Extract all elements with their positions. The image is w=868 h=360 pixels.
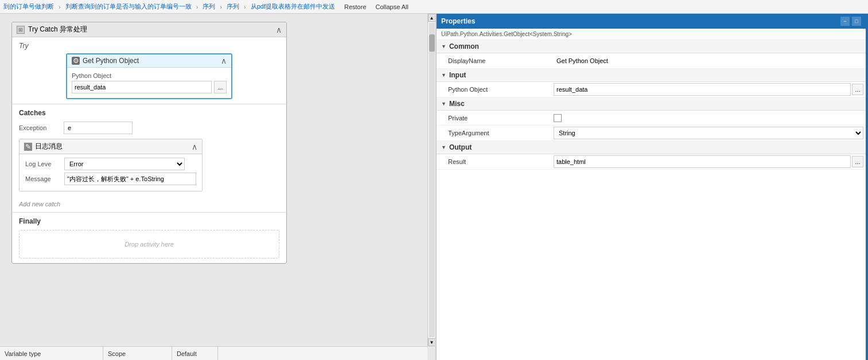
sep2: › bbox=[196, 3, 198, 10]
breadcrumb-link-1[interactable]: 到的订单号做判断 bbox=[3, 2, 54, 11]
activity-title: Get Python Object bbox=[83, 57, 139, 65]
log-level-row: Log Leve Error Trace Info Warning Fatal bbox=[25, 158, 196, 170]
props-subtitle: UiPath.Python.Activities.GetObject<Syste… bbox=[437, 29, 866, 40]
activity-header-left: ⚙ Get Python Object bbox=[72, 57, 139, 65]
misc-section-header[interactable]: ▼ Misc bbox=[437, 97, 866, 111]
scroll-thumb[interactable] bbox=[429, 34, 435, 52]
input-section-label: Input bbox=[449, 71, 466, 79]
breadcrumb-link-3[interactable]: 序列 bbox=[203, 2, 215, 11]
common-collapse-icon: ▼ bbox=[441, 44, 446, 49]
result-input[interactable] bbox=[554, 155, 851, 168]
catches-header: Catches bbox=[19, 109, 279, 117]
input-section-header[interactable]: ▼ Input bbox=[437, 69, 866, 82]
workflow-area: ⊞ Try Catch 异常处理 ∧ Try ⚙ bbox=[0, 14, 436, 360]
right-edge bbox=[866, 14, 868, 360]
var-col-name: Variable type bbox=[0, 347, 103, 360]
try-catch-icon: ⊞ bbox=[17, 26, 25, 34]
private-row: Private bbox=[437, 111, 866, 126]
type-argument-select[interactable]: String Int32 Boolean Object bbox=[554, 127, 863, 139]
log-body: Log Leve Error Trace Info Warning Fatal bbox=[20, 154, 202, 191]
drop-activity-zone: Drop activity here bbox=[19, 230, 279, 259]
activity-header: ⚙ Get Python Object ∧ bbox=[67, 54, 231, 68]
scroll-down-arrow[interactable]: ▼ bbox=[428, 338, 436, 346]
log-title: 日志消息 bbox=[35, 142, 63, 151]
log-level-select[interactable]: Error Trace Info Warning Fatal bbox=[64, 158, 185, 170]
type-argument-row: TypeArgument String Int32 Boolean Object bbox=[437, 126, 866, 141]
log-message-row: Message bbox=[25, 173, 196, 185]
private-checkbox[interactable] bbox=[554, 114, 562, 122]
main-layout: ⊞ Try Catch 异常处理 ∧ Try ⚙ bbox=[0, 14, 868, 360]
result-label: Result bbox=[437, 156, 551, 167]
display-name-input[interactable] bbox=[554, 54, 863, 67]
output-section-header[interactable]: ▼ Output bbox=[437, 141, 866, 154]
breadcrumb-link-5[interactable]: 从pdf提取表格并在邮件中发送 bbox=[251, 2, 335, 11]
props-body: ▼ Common DisplayName ▼ Input Python Obje… bbox=[437, 40, 866, 360]
activity-collapse-btn[interactable]: ∧ bbox=[221, 57, 227, 65]
finally-section: Finally Drop activity here bbox=[12, 212, 286, 263]
restore-button[interactable]: Restore bbox=[344, 3, 367, 10]
scroll-up-arrow[interactable]: ▲ bbox=[428, 14, 436, 22]
try-catch-title: Try Catch 异常处理 bbox=[28, 25, 87, 34]
get-python-object-activity: ⚙ Get Python Object ∧ Python Object ... bbox=[66, 53, 232, 99]
python-object-row: Python Object … bbox=[437, 82, 866, 97]
breadcrumb-link-2[interactable]: 判断查询到的订单是否与输入的订单编号一致 bbox=[65, 2, 192, 11]
props-minimize-btn[interactable]: − bbox=[840, 17, 850, 26]
workflow-vscroll: ▲ ▼ bbox=[427, 14, 435, 346]
exception-row: Exception bbox=[19, 122, 279, 134]
props-maximize-btn[interactable]: □ bbox=[852, 17, 861, 26]
common-section-header[interactable]: ▼ Common bbox=[437, 40, 866, 53]
python-object-prop-value: … bbox=[551, 82, 866, 97]
properties-panel: Properties − □ UiPath.Python.Activities.… bbox=[436, 14, 866, 360]
sep3: › bbox=[220, 3, 222, 10]
properties-title: Properties bbox=[441, 17, 475, 25]
log-message-label: Message bbox=[25, 175, 60, 182]
display-name-row: DisplayName bbox=[437, 53, 866, 69]
log-icon: ✎ bbox=[24, 143, 32, 151]
var-col-default: Default bbox=[172, 347, 218, 360]
properties-header: Properties − □ bbox=[437, 14, 866, 29]
workflow-content: ⊞ Try Catch 异常处理 ∧ Try ⚙ bbox=[0, 14, 435, 360]
try-label: Try bbox=[19, 42, 279, 50]
variable-bar: Variable type Scope Default bbox=[0, 346, 427, 360]
result-row: Result … bbox=[437, 154, 866, 170]
log-header-left: ✎ 日志消息 bbox=[24, 142, 63, 151]
private-value bbox=[551, 113, 866, 123]
collapse-all-button[interactable]: Collapse All bbox=[376, 3, 408, 10]
exception-input[interactable] bbox=[64, 122, 133, 134]
common-section-label: Common bbox=[449, 42, 479, 50]
var-col-scope: Scope bbox=[103, 347, 172, 360]
python-object-prop-label: Python Object bbox=[437, 84, 551, 95]
output-section-label: Output bbox=[449, 143, 472, 151]
python-object-prop-input[interactable] bbox=[554, 83, 851, 96]
output-collapse-icon: ▼ bbox=[441, 144, 446, 150]
log-message-input[interactable] bbox=[64, 173, 196, 185]
catches-section: Catches Exception ✎ 日志消息 bbox=[12, 104, 286, 196]
log-message-activity: ✎ 日志消息 ∧ Log Leve Error Trac bbox=[19, 139, 203, 191]
activity-body: Python Object ... bbox=[67, 68, 231, 98]
exception-label: Exception bbox=[19, 124, 59, 131]
try-catch-collapse-btn[interactable]: ∧ bbox=[276, 26, 282, 34]
log-level-label: Log Leve bbox=[25, 161, 60, 167]
python-object-ellipsis-btn[interactable]: ... bbox=[214, 81, 227, 93]
try-catch-block: ⊞ Try Catch 异常处理 ∧ Try ⚙ bbox=[11, 22, 287, 264]
edit-icon: ✎ bbox=[25, 143, 31, 151]
add-new-catch-link[interactable]: Add new catch bbox=[19, 201, 279, 208]
input-collapse-icon: ▼ bbox=[441, 72, 446, 78]
python-object-prop-btn[interactable]: … bbox=[852, 84, 863, 95]
private-label: Private bbox=[437, 112, 551, 124]
activity-icon: ⚙ bbox=[72, 57, 80, 65]
log-collapse-btn[interactable]: ∧ bbox=[192, 143, 197, 151]
display-name-value bbox=[551, 53, 866, 68]
breadcrumb-bar: 到的订单号做判断 › 判断查询到的订单是否与输入的订单编号一致 › 序列 › 序… bbox=[0, 0, 868, 14]
props-header-icons: − □ bbox=[840, 17, 861, 26]
python-object-field-row: ... bbox=[72, 81, 227, 93]
result-btn[interactable]: … bbox=[852, 156, 863, 167]
scroll-track bbox=[429, 23, 435, 337]
type-argument-label: TypeArgument bbox=[437, 127, 551, 139]
try-section: Try ⚙ Get Python Object ∧ bbox=[12, 37, 286, 104]
type-argument-value: String Int32 Boolean Object bbox=[551, 126, 866, 140]
sep4: › bbox=[244, 3, 246, 10]
python-object-input[interactable] bbox=[72, 81, 212, 93]
breadcrumb-link-4[interactable]: 序列 bbox=[227, 2, 239, 11]
try-catch-header-left: ⊞ Try Catch 异常处理 bbox=[17, 25, 87, 34]
